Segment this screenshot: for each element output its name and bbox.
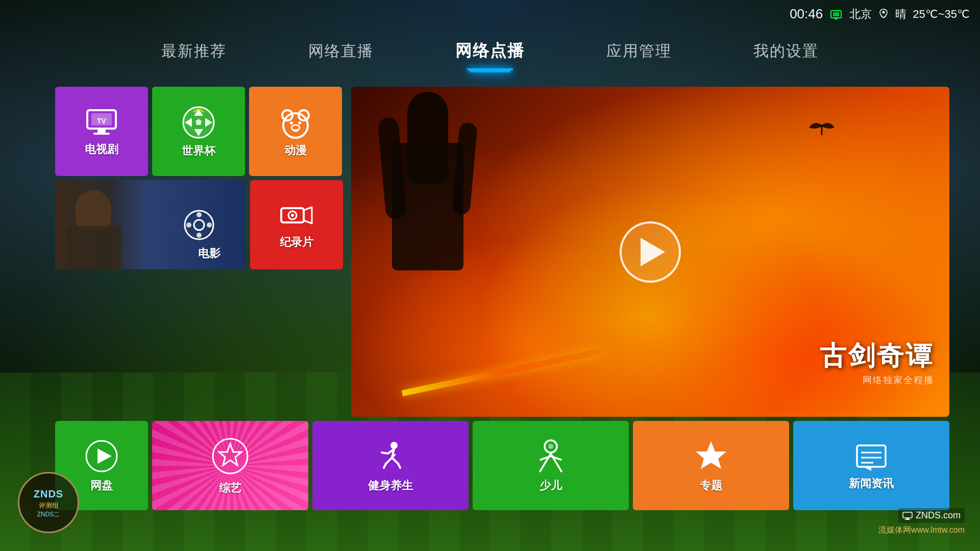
preview-title: 古剑奇谭 网络独家全程播 [820, 338, 934, 386]
tile-anime[interactable]: 动漫 [249, 87, 342, 176]
svg-point-24 [197, 212, 202, 217]
svg-point-19 [290, 121, 293, 124]
star-icon [693, 438, 729, 474]
tab-live[interactable]: 网络直播 [298, 37, 384, 66]
svg-text:TV: TV [97, 116, 107, 124]
camera-icon [278, 200, 315, 231]
tab-vod[interactable]: 网络点播 [445, 36, 535, 66]
svg-marker-31 [304, 207, 312, 223]
play-triangle [641, 238, 665, 266]
svg-point-30 [291, 214, 294, 217]
play-button[interactable] [620, 221, 681, 283]
preview-bird [806, 117, 837, 137]
svg-point-26 [186, 222, 191, 228]
znds-tv-icon [902, 512, 913, 520]
tile-documentary-label: 纪录片 [280, 235, 313, 250]
svg-rect-1 [833, 12, 839, 16]
child-icon [533, 438, 569, 474]
preview-character [377, 92, 479, 417]
tile-tv-drama-label: 电视剧 [85, 142, 118, 157]
znds-logo: ZNDS [34, 487, 63, 501]
tab-latest[interactable]: 最新推荐 [151, 37, 237, 66]
svg-rect-6 [97, 130, 106, 133]
star-circle-icon [210, 436, 251, 477]
svg-point-25 [197, 233, 202, 238]
znds-circle: ZNDS 评测组 ZNDS二 [18, 472, 79, 533]
znds-watermark-bl: ZNDS 评测组 ZNDS二 [15, 469, 82, 536]
tile-fitness-label: 健身养生 [368, 478, 413, 493]
left-grid: TV 电视剧 [55, 87, 343, 417]
znds-br-text: ZNDS.com [916, 510, 961, 521]
tile-world-cup-label: 世界杯 [182, 143, 215, 159]
svg-point-38 [548, 444, 553, 449]
main-content: TV 电视剧 [55, 87, 949, 510]
svg-point-21 [291, 125, 300, 130]
znds-watermark-br: ZNDS.com 流媒体网www.lmtw.com [878, 508, 965, 536]
znds-sub2: ZNDS二 [37, 510, 60, 519]
svg-rect-45 [906, 518, 909, 519]
top-section: TV 电视剧 [55, 87, 949, 417]
svg-marker-35 [219, 444, 241, 465]
svg-rect-40 [857, 445, 886, 467]
signal-icon [829, 9, 843, 20]
znds-br-logo: ZNDS.com [898, 508, 965, 523]
preview-title-sub: 网络独家全程播 [863, 375, 934, 385]
run-icon [373, 438, 408, 474]
tab-settings[interactable]: 我的设置 [743, 37, 829, 66]
tile-movie-label: 电影 [198, 246, 220, 261]
svg-point-20 [298, 121, 301, 124]
tile-documentary[interactable]: 纪录片 [250, 180, 343, 269]
znds-sub1: 评测组 [39, 501, 59, 510]
svg-rect-7 [93, 133, 110, 135]
tile-kids-label: 少儿 [540, 478, 562, 493]
film-icon [183, 209, 215, 241]
svg-point-23 [194, 220, 204, 230]
wolverine-silhouette [55, 180, 147, 269]
tile-tv-drama[interactable]: TV 电视剧 [55, 87, 148, 176]
svg-rect-44 [903, 512, 912, 518]
tile-kids[interactable]: 少儿 [473, 421, 629, 510]
bottom-section: 网盘 综艺 健身养生 [55, 421, 949, 510]
svg-rect-46 [904, 519, 911, 520]
tile-special[interactable]: 专题 [633, 421, 789, 510]
tv-icon: TV [83, 106, 120, 138]
tab-apps[interactable]: 应用管理 [596, 37, 682, 66]
tile-anime-label: 动漫 [284, 143, 307, 158]
tile-netdisk-label: 网盘 [90, 478, 113, 493]
svg-point-27 [207, 222, 212, 228]
znds-br-url: 流媒体网www.lmtw.com [878, 525, 965, 536]
status-city: 北京 [849, 7, 872, 22]
svg-marker-39 [696, 441, 726, 469]
tile-special-label: 专题 [700, 478, 722, 493]
svg-rect-2 [835, 18, 838, 19]
nav-tabs: 最新推荐 网络直播 网络点播 应用管理 我的设置 [0, 31, 980, 71]
status-temp: 25℃~35℃ [913, 8, 970, 21]
active-tab-indicator [467, 68, 513, 70]
tile-fitness[interactable]: 健身养生 [312, 421, 469, 510]
play-circle-icon [84, 438, 119, 474]
tile-variety-label: 综艺 [219, 481, 241, 496]
news-icon [853, 440, 890, 472]
soccer-icon [181, 105, 216, 140]
status-bar: 00:46 北京 晴 25℃~35℃ [790, 0, 970, 28]
tile-world-cup[interactable]: 世界杯 [152, 87, 245, 176]
preview-panel[interactable]: 古剑奇谭 网络独家全程播 [351, 87, 949, 417]
row2: 电影 纪录片 [55, 180, 343, 269]
tile-news-label: 新闻资讯 [849, 476, 894, 491]
svg-point-3 [883, 11, 885, 13]
preview-title-main: 古剑奇谭 [820, 338, 934, 374]
status-time: 00:46 [790, 6, 823, 22]
bear-icon [277, 105, 314, 140]
weather-wind-icon [878, 9, 889, 20]
svg-marker-33 [97, 448, 112, 464]
tile-variety[interactable]: 综艺 [152, 421, 308, 510]
status-weather: 晴 [895, 7, 906, 22]
row1: TV 电视剧 [55, 87, 343, 176]
tile-movie[interactable]: 电影 [55, 180, 246, 269]
tile-news[interactable]: 新闻资讯 [793, 421, 949, 510]
svg-point-36 [390, 442, 398, 449]
